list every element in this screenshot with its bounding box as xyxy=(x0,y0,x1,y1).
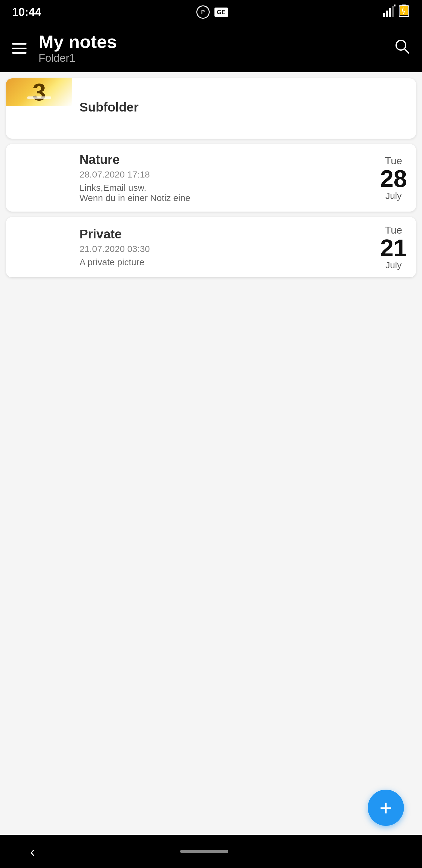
nature-day-name: Tue xyxy=(385,155,402,167)
status-left-icons: P GE xyxy=(196,5,228,19)
list-item[interactable]: 3 Subfolder xyxy=(6,79,416,138)
subfolder-bar xyxy=(27,96,51,99)
content-area: 3 Subfolder Nature 28.07.2020 17:18 Link… xyxy=(0,72,422,844)
menu-icon[interactable] xyxy=(12,43,27,54)
list-item[interactable]: Nature 28.07.2020 17:18 Links,Email usw.… xyxy=(6,144,416,212)
svg-marker-1 xyxy=(386,10,388,17)
app-title: My notes xyxy=(38,32,117,52)
nature-preview-line1: Links,Email usw. xyxy=(79,183,364,193)
private-month: July xyxy=(386,260,401,270)
private-day-num: 21 xyxy=(380,236,407,260)
private-date-block: Tue 21 July xyxy=(371,217,416,277)
app-bar-left: My notes Folder1 xyxy=(12,32,117,64)
p-icon: P xyxy=(196,5,209,19)
status-bar: 10:44 P GE xyxy=(0,0,422,24)
private-title: Private xyxy=(79,227,364,241)
ge-icon: GE xyxy=(215,7,228,17)
nature-day-num: 28 xyxy=(380,167,407,191)
signal-icon xyxy=(383,4,395,20)
add-icon: + xyxy=(380,797,392,818)
app-subtitle: Folder1 xyxy=(38,52,117,64)
search-button[interactable] xyxy=(394,38,410,58)
bottom-nav-bar: ‹ xyxy=(0,835,422,868)
subfolder-count: 3 xyxy=(33,79,46,106)
app-bar-title-block: My notes Folder1 xyxy=(38,32,117,64)
status-right-icons xyxy=(383,4,410,20)
nature-title: Nature xyxy=(79,153,364,167)
hamburger-line-3 xyxy=(12,52,27,54)
nature-date: 28.07.2020 17:18 xyxy=(79,169,364,180)
nature-month: July xyxy=(386,191,401,201)
svg-rect-7 xyxy=(402,4,406,6)
app-bar: My notes Folder1 xyxy=(0,24,422,72)
list-item[interactable]: Private 21.07.2020 03:30 A private pictu… xyxy=(6,217,416,277)
svg-line-13 xyxy=(404,49,409,53)
private-card-body: Private 21.07.2020 03:30 A private pictu… xyxy=(72,217,371,277)
battery-icon xyxy=(399,4,410,20)
private-date: 21.07.2020 03:30 xyxy=(79,244,364,254)
status-time: 10:44 xyxy=(12,6,41,19)
svg-marker-2 xyxy=(389,8,391,17)
home-indicator[interactable] xyxy=(180,850,228,853)
back-button[interactable]: ‹ xyxy=(30,843,35,860)
svg-marker-0 xyxy=(383,13,385,17)
private-preview: A private picture xyxy=(79,257,364,267)
private-day-name: Tue xyxy=(385,224,402,236)
svg-marker-3 xyxy=(392,6,394,17)
hamburger-line-2 xyxy=(12,48,27,49)
subfolder-thumbnail: 3 xyxy=(6,79,72,106)
subfolder-card-body: Subfolder xyxy=(72,79,416,138)
nature-date-block: Tue 28 July xyxy=(371,144,416,212)
nature-preview-line2: Wenn du in einer Notiz eine xyxy=(79,193,364,203)
add-note-button[interactable]: + xyxy=(368,789,404,826)
subfolder-title: Subfolder xyxy=(79,100,409,115)
hamburger-line-1 xyxy=(12,43,27,44)
nature-card-body: Nature 28.07.2020 17:18 Links,Email usw.… xyxy=(72,144,371,212)
